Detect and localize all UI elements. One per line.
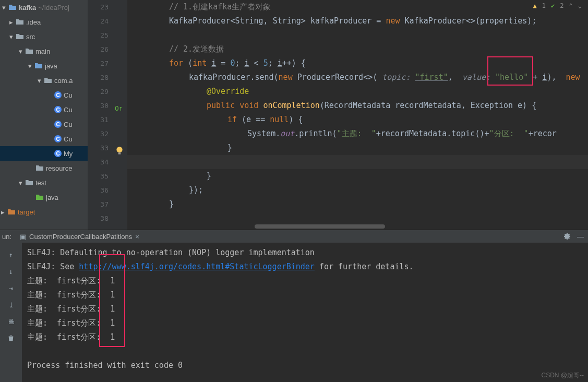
print-icon[interactable]: 🖶 bbox=[6, 317, 16, 326]
line-number: 29 bbox=[88, 85, 109, 99]
run-tab-name: CustomProducerCallbackPatitions bbox=[29, 233, 132, 241]
line-number: 31 bbox=[88, 113, 109, 127]
chevron-down-icon: ▾ bbox=[27, 62, 32, 70]
gutter-marks[interactable]: O↑ bbox=[113, 0, 127, 230]
tree-item-label: target bbox=[18, 208, 35, 216]
tree-main[interactable]: ▾ main bbox=[0, 44, 88, 58]
line-number: 35 bbox=[88, 169, 109, 183]
scroll-to-end-icon[interactable]: ⤓ bbox=[6, 300, 16, 309]
chevron-down-icon: ▾ bbox=[8, 33, 14, 41]
class-icon: C bbox=[54, 91, 62, 99]
package-icon bbox=[44, 76, 52, 85]
resources-folder-icon bbox=[35, 164, 44, 172]
intention-bulb-icon[interactable] bbox=[115, 146, 124, 156]
line-number: 38 bbox=[88, 211, 109, 225]
close-icon[interactable]: × bbox=[135, 233, 139, 241]
horizontal-scrollbar[interactable] bbox=[255, 223, 582, 230]
folder-icon bbox=[25, 47, 33, 55]
override-marker-icon[interactable]: O↑ bbox=[115, 104, 123, 112]
line-number: 36 bbox=[88, 183, 109, 197]
chevron-right-icon: ▸ bbox=[0, 208, 5, 216]
console-line: 主题: first分区: 1 bbox=[27, 330, 583, 344]
line-number: 33 bbox=[88, 141, 109, 155]
excluded-folder-icon bbox=[7, 208, 16, 216]
run-tool-window: un: ▣ CustomProducerCallbackPatitions × … bbox=[0, 230, 588, 382]
line-number: 37 bbox=[88, 197, 109, 211]
tree-package[interactable]: ▾ com.a bbox=[0, 73, 88, 88]
chevron-down-icon: ▾ bbox=[18, 47, 23, 55]
folder-icon bbox=[25, 178, 33, 187]
tree-item-label: My bbox=[64, 150, 73, 158]
line-number: 26 bbox=[88, 42, 109, 56]
line-number: 30 bbox=[88, 99, 109, 113]
folder-icon bbox=[8, 3, 17, 11]
class-icon: C bbox=[54, 150, 62, 157]
source-folder-icon bbox=[34, 62, 43, 70]
tree-item-label: .idea bbox=[26, 18, 41, 26]
soft-wrap-icon[interactable]: ⇥ bbox=[6, 283, 16, 293]
console-link[interactable]: http://www.slf4j.org/codes.html#StaticLo… bbox=[79, 262, 315, 271]
tree-item-label: com.a bbox=[54, 77, 73, 85]
tree-item-label: src bbox=[26, 33, 35, 41]
gear-icon[interactable] bbox=[562, 232, 571, 242]
tree-java-src[interactable]: ▾ java bbox=[0, 58, 88, 73]
up-arrow-icon[interactable]: ↑ bbox=[6, 250, 16, 259]
chevron-down-icon: ▾ bbox=[1, 4, 6, 11]
line-number: 34 bbox=[88, 155, 109, 169]
tree-item-label: test bbox=[35, 179, 46, 187]
tree-item-label: main bbox=[35, 47, 50, 55]
console-output[interactable]: SLF4J: Defaulting to no-operation (NOP) … bbox=[22, 243, 588, 382]
down-arrow-icon[interactable]: ↓ bbox=[6, 267, 16, 276]
tree-idea[interactable]: ▸ .idea bbox=[0, 15, 88, 29]
tree-test-java[interactable]: java bbox=[0, 190, 88, 205]
svg-point-0 bbox=[116, 147, 122, 152]
tree-target[interactable]: ▸ target bbox=[0, 205, 88, 219]
console-exit-line: Process finished with exit code 0 bbox=[27, 359, 583, 373]
tree-item-label: Cu bbox=[64, 106, 73, 114]
tree-test[interactable]: ▾ test bbox=[0, 175, 88, 190]
tool-window-label: un: bbox=[2, 233, 11, 241]
tree-class-file[interactable]: C Cu bbox=[0, 132, 88, 146]
minimize-icon[interactable]: — bbox=[577, 233, 584, 241]
tree-item-label: Cu bbox=[64, 135, 73, 143]
console-line: 主题: first分区: 1 bbox=[27, 316, 583, 330]
run-tab[interactable]: ▣ CustomProducerCallbackPatitions × bbox=[17, 233, 142, 241]
tree-item-label: resource bbox=[46, 164, 73, 172]
watermark: CSDN @超哥-- bbox=[541, 371, 584, 380]
tree-project-root[interactable]: ▾ kafka ~/IdeaProj bbox=[0, 0, 88, 15]
tree-src[interactable]: ▾ src bbox=[0, 29, 88, 44]
project-path: ~/IdeaProj bbox=[38, 4, 69, 11]
line-number: 28 bbox=[88, 70, 109, 85]
code-comment: // 1.创建kafka生产者对象 bbox=[127, 2, 271, 11]
tree-class-file-selected[interactable]: C My bbox=[0, 146, 88, 161]
svg-rect-1 bbox=[118, 152, 121, 154]
code-editor[interactable]: ▲ 1 ✔︎ 2 ⌃ ⌄ 23 24 25 26 27 28 29 30 31 bbox=[88, 0, 588, 230]
class-icon: C bbox=[54, 135, 62, 142]
tree-item-label: Cu bbox=[64, 121, 73, 128]
line-number: 25 bbox=[88, 28, 109, 42]
trash-icon[interactable] bbox=[6, 333, 16, 343]
console-line bbox=[27, 344, 583, 359]
run-config-icon: ▣ bbox=[20, 233, 26, 241]
tree-class-file[interactable]: C Cu bbox=[0, 102, 88, 117]
tree-item-label: java bbox=[45, 62, 57, 70]
tree-class-file[interactable]: C Cu bbox=[0, 88, 88, 102]
chevron-down-icon: ▾ bbox=[37, 77, 42, 85]
scrollbar-thumb[interactable] bbox=[255, 224, 385, 229]
folder-icon bbox=[16, 18, 24, 26]
folder-icon bbox=[16, 32, 24, 41]
class-icon: C bbox=[54, 121, 62, 128]
tool-window-header[interactable]: un: ▣ CustomProducerCallbackPatitions × … bbox=[0, 230, 588, 243]
line-number: 27 bbox=[88, 56, 109, 70]
tree-class-file[interactable]: C Cu bbox=[0, 117, 88, 132]
console-line: SLF4J: See http://www.slf4j.org/codes.ht… bbox=[27, 260, 583, 274]
test-folder-icon bbox=[35, 193, 44, 201]
project-tree[interactable]: ▾ kafka ~/IdeaProj ▸ .idea ▾ src ▾ main bbox=[0, 0, 88, 230]
line-number-gutter[interactable]: 23 24 25 26 27 28 29 30 31 32 33 34 35 3… bbox=[88, 0, 113, 230]
project-name: kafka bbox=[19, 4, 36, 11]
run-toolbar: ↑ ↓ ⇥ ⤓ 🖶 bbox=[0, 243, 22, 382]
code-comment: // 2.发送数据 bbox=[127, 44, 224, 54]
line-number: 24 bbox=[88, 14, 109, 28]
chevron-right-icon: ▸ bbox=[8, 18, 14, 26]
tree-resources[interactable]: resource bbox=[0, 161, 88, 175]
